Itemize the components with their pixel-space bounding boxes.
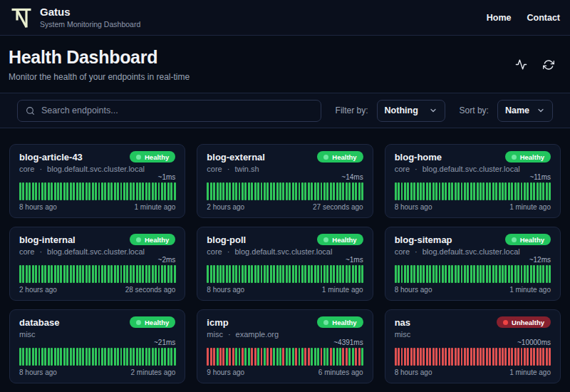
health-bar[interactable] <box>26 265 28 283</box>
health-bar[interactable] <box>98 348 100 366</box>
health-bar[interactable] <box>38 265 41 283</box>
health-bar[interactable] <box>136 182 138 200</box>
health-bar[interactable] <box>88 348 90 366</box>
health-bar[interactable] <box>401 348 403 366</box>
health-bar[interactable] <box>451 265 453 283</box>
health-bar[interactable] <box>41 265 43 283</box>
health-bar[interactable] <box>57 348 59 366</box>
health-bar[interactable] <box>152 265 154 283</box>
health-bar[interactable] <box>152 182 154 200</box>
health-bar[interactable] <box>145 265 147 283</box>
health-bar[interactable] <box>44 348 46 366</box>
health-bar[interactable] <box>126 182 128 200</box>
health-bar[interactable] <box>546 265 548 283</box>
health-bar[interactable] <box>477 265 479 283</box>
health-bar[interactable] <box>398 265 400 283</box>
health-bar[interactable] <box>549 348 551 366</box>
health-bar[interactable] <box>511 348 513 366</box>
health-bar[interactable] <box>279 182 281 200</box>
health-bar[interactable] <box>413 348 415 366</box>
health-bar[interactable] <box>289 182 291 200</box>
endpoint-card[interactable]: nas Unhealthy misc ~10000ms 8 hours ago … <box>385 309 561 383</box>
sort-select[interactable]: Name <box>497 100 553 122</box>
health-bar[interactable] <box>439 348 441 366</box>
health-bar[interactable] <box>326 265 328 283</box>
health-bar[interactable] <box>130 182 132 200</box>
health-bar[interactable] <box>210 265 212 283</box>
health-bar[interactable] <box>546 182 548 200</box>
health-bar[interactable] <box>358 182 361 200</box>
health-bar[interactable] <box>361 348 363 366</box>
health-bar[interactable] <box>161 182 163 200</box>
health-bar[interactable] <box>114 182 116 200</box>
health-bar[interactable] <box>348 348 351 366</box>
health-bar[interactable] <box>533 348 535 366</box>
health-bar[interactable] <box>229 265 231 283</box>
health-bar[interactable] <box>219 348 222 366</box>
health-bar[interactable] <box>539 348 542 366</box>
health-bar[interactable] <box>98 182 100 200</box>
health-bar[interactable] <box>273 182 275 200</box>
health-bar[interactable] <box>70 348 72 366</box>
health-bar[interactable] <box>457 348 460 366</box>
health-bar[interactable] <box>286 265 288 283</box>
health-bar[interactable] <box>244 265 247 283</box>
health-bar[interactable] <box>301 182 304 200</box>
health-bar[interactable] <box>457 182 460 200</box>
health-bar[interactable] <box>254 348 256 366</box>
health-bar[interactable] <box>104 348 106 366</box>
health-bar[interactable] <box>432 182 435 200</box>
health-bar[interactable] <box>254 265 256 283</box>
health-bar[interactable] <box>429 182 431 200</box>
health-bar[interactable] <box>314 265 316 283</box>
health-bar[interactable] <box>229 182 231 200</box>
health-bar[interactable] <box>276 265 279 283</box>
health-bar[interactable] <box>164 182 166 200</box>
health-bar[interactable] <box>19 265 21 283</box>
health-bar[interactable] <box>304 348 306 366</box>
health-bar[interactable] <box>32 265 34 283</box>
health-bar[interactable] <box>66 348 68 366</box>
health-bar[interactable] <box>467 348 469 366</box>
health-bar[interactable] <box>63 265 66 283</box>
health-bar[interactable] <box>336 182 338 200</box>
health-bar[interactable] <box>426 265 428 283</box>
health-bar[interactable] <box>492 182 494 200</box>
activity-icon[interactable] <box>515 58 527 71</box>
health-bar[interactable] <box>339 182 341 200</box>
health-bar[interactable] <box>342 265 344 283</box>
health-bar[interactable] <box>161 348 163 366</box>
health-bar[interactable] <box>530 348 532 366</box>
health-bar[interactable] <box>242 182 244 200</box>
search-input[interactable] <box>41 105 313 115</box>
health-bar[interactable] <box>326 182 328 200</box>
health-bar[interactable] <box>28 182 31 200</box>
health-bar[interactable] <box>76 182 78 200</box>
health-bar[interactable] <box>123 265 125 283</box>
health-bar[interactable] <box>537 265 539 283</box>
health-bar[interactable] <box>251 182 253 200</box>
health-bar[interactable] <box>511 265 513 283</box>
health-bar[interactable] <box>395 265 397 283</box>
health-bar[interactable] <box>261 265 263 283</box>
filter-select[interactable]: Nothing <box>377 100 445 122</box>
health-bar[interactable] <box>222 265 224 283</box>
health-bar[interactable] <box>527 265 529 283</box>
health-bar[interactable] <box>242 265 244 283</box>
health-bar[interactable] <box>66 265 68 283</box>
health-bar[interactable] <box>217 348 219 366</box>
health-bar[interactable] <box>395 182 397 200</box>
health-bar[interactable] <box>470 265 472 283</box>
health-bar[interactable] <box>527 348 529 366</box>
health-bar[interactable] <box>407 348 409 366</box>
health-bar[interactable] <box>292 265 294 283</box>
health-bar[interactable] <box>339 348 341 366</box>
health-bar[interactable] <box>244 348 247 366</box>
health-bar[interactable] <box>44 182 46 200</box>
health-bar[interactable] <box>235 348 237 366</box>
health-bar[interactable] <box>514 265 517 283</box>
health-bar[interactable] <box>35 182 37 200</box>
health-bar[interactable] <box>164 348 166 366</box>
health-bar[interactable] <box>32 348 34 366</box>
health-bar[interactable] <box>254 182 256 200</box>
